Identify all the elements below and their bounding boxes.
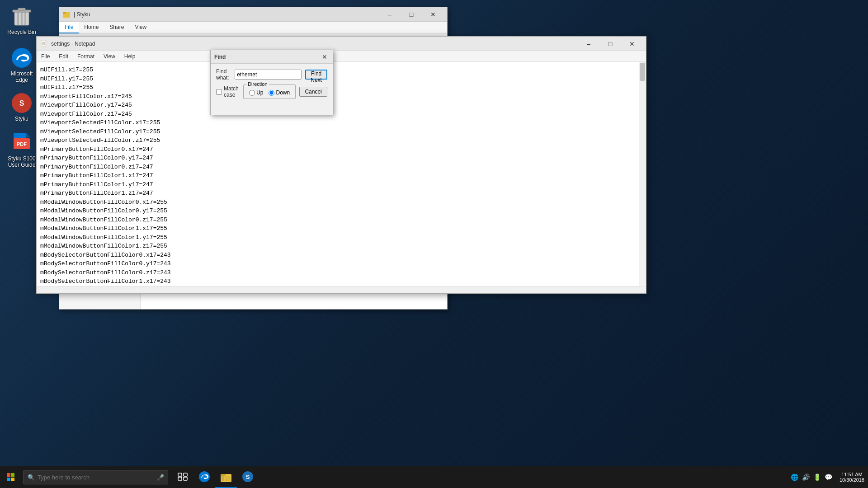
pdf-icon: PDF: [11, 132, 33, 154]
taskbar-edge-icon: [198, 470, 211, 483]
taskbar-search-box[interactable]: 🔍 🎤: [24, 470, 168, 484]
notepad-line: mModalWindowButtonFillColor0.y17=255: [40, 206, 642, 216]
task-view-icon: [178, 473, 188, 481]
ribbon-tabs: File Home Share View: [59, 22, 447, 33]
taskbar-explorer-icon: [220, 470, 232, 483]
notepad-close-button[interactable]: ✕: [622, 37, 642, 51]
file-explorer-title: | Styku: [74, 11, 90, 18]
notepad-line: mUIFill.x17=255: [40, 66, 642, 75]
taskbar-clock[interactable]: 11:51 AM 10/30/2018: [840, 472, 864, 483]
svg-text:PDF: PDF: [17, 141, 27, 147]
svg-rect-22: [178, 477, 182, 480]
match-case-checkbox[interactable]: [216, 89, 222, 95]
notepad-window-controls: – □ ✕: [578, 37, 642, 51]
notepad-line: mModalWindowButtonFillColor1.x17=255: [40, 224, 642, 233]
svg-rect-14: [63, 12, 66, 14]
notepad-line: mPrimaryButtonFillColor1.y17=247: [40, 180, 642, 189]
down-option[interactable]: Down: [269, 89, 290, 96]
cancel-button[interactable]: Cancel: [299, 87, 327, 97]
notepad-line: mViewportFillColor.z17=245: [40, 110, 642, 119]
find-dialog: Find ✕ Find what: Find Next Match case D…: [210, 50, 333, 115]
notepad-title: settings - Notepad: [51, 41, 95, 47]
taskbar-explorer-button[interactable]: [215, 466, 237, 488]
svg-text:S: S: [19, 99, 24, 107]
menu-edit[interactable]: Edit: [54, 52, 73, 61]
svg-rect-23: [184, 477, 187, 480]
desktop-icon-edge[interactable]: Microsoft Edge: [4, 45, 40, 85]
notepad-content-area[interactable]: mUIFill.x17=255mUIFill.y17=255mUIFill.z1…: [37, 62, 646, 286]
notepad-minimize-button[interactable]: –: [578, 37, 599, 51]
desktop: Recycle Bin Microsoft Edge S Styku PDF: [0, 0, 868, 488]
down-label: Down: [276, 89, 290, 96]
notepad-line: mModalWindowButtonFillColor0.x17=255: [40, 198, 642, 207]
notepad-line: mBodySelectorButtonFillColor1.y17=243: [40, 286, 642, 286]
find-what-label: Find what:: [216, 68, 235, 81]
notepad-line: mViewportSelectedFillColor.x17=255: [40, 118, 642, 127]
task-view-button[interactable]: [172, 466, 193, 488]
recycle-bin-label: Recycle Bin: [7, 29, 36, 35]
taskbar-styku-button[interactable]: S: [237, 466, 259, 488]
find-what-row: Find what: Find Next: [216, 68, 327, 81]
network-icon: 🌐: [791, 474, 798, 481]
taskbar: 🔍 🎤: [0, 466, 868, 488]
tab-home[interactable]: Home: [79, 22, 104, 33]
tab-view[interactable]: View: [129, 22, 152, 33]
notepad-scrollbar-h[interactable]: [37, 286, 646, 293]
notepad-line: mBodySelectorButtonFillColor1.x17=243: [40, 277, 642, 286]
notepad-line: mModalWindowButtonFillColor0.z17=255: [40, 216, 642, 225]
styku-label: Styku: [15, 116, 28, 122]
menu-file[interactable]: File: [37, 52, 54, 61]
recycle-bin-icon: [11, 5, 33, 27]
svg-rect-21: [184, 473, 187, 476]
menu-help[interactable]: Help: [120, 52, 140, 61]
minimize-button[interactable]: –: [379, 7, 400, 22]
window-controls: – □ ✕: [379, 7, 443, 22]
svg-rect-27: [222, 476, 224, 481]
notification-icon: 💬: [825, 474, 832, 481]
up-option[interactable]: Up: [249, 89, 263, 96]
vertical-scrollbar[interactable]: [639, 62, 646, 286]
svg-marker-16: [46, 40, 47, 42]
clock-time: 11:51 AM: [841, 472, 862, 477]
svg-marker-10: [26, 133, 31, 137]
svg-text:S: S: [246, 474, 250, 480]
notepad-line: mBodySelectorButtonFillColor0.z17=243: [40, 268, 642, 277]
svg-rect-5: [18, 8, 25, 10]
clock-date: 10/30/2018: [840, 477, 864, 483]
notepad-line: mViewportSelectedFillColor.y17=255: [40, 127, 642, 136]
svg-rect-3: [24, 12, 26, 25]
search-icon: 🔍: [28, 474, 35, 481]
up-radio[interactable]: [249, 90, 255, 96]
desktop-icon-styku[interactable]: S Styku: [4, 90, 40, 124]
taskbar-search-input[interactable]: [38, 474, 151, 481]
folder-icon: [63, 11, 70, 18]
find-dialog-title: Find: [214, 54, 226, 60]
notepad-line: mPrimaryButtonFillColor0.y17=247: [40, 154, 642, 163]
maximize-button[interactable]: □: [401, 7, 422, 22]
menu-view[interactable]: View: [99, 52, 120, 61]
notepad-titlebar: settings - Notepad – □ ✕: [37, 37, 646, 51]
down-radio[interactable]: [269, 90, 274, 96]
close-button[interactable]: ✕: [423, 7, 443, 22]
desktop-icon-recycle-bin[interactable]: Recycle Bin: [4, 4, 40, 37]
direction-group: Direction Up Down: [243, 84, 296, 99]
volume-icon: 🔊: [802, 474, 810, 481]
menu-format[interactable]: Format: [73, 52, 99, 61]
taskbar-edge-button[interactable]: [193, 466, 215, 488]
tab-file[interactable]: File: [59, 22, 79, 33]
find-what-input[interactable]: [235, 70, 302, 80]
edge-icon: [11, 47, 33, 69]
desktop-icon-pdf[interactable]: PDF Styku S100 User Guide: [4, 130, 40, 170]
windows-logo-icon: [7, 473, 15, 481]
notepad-line: mPrimaryButtonFillColor1.z17=247: [40, 189, 642, 198]
notepad-maximize-button[interactable]: □: [600, 37, 621, 51]
tab-share[interactable]: Share: [104, 22, 129, 33]
find-next-button[interactable]: Find Next: [305, 70, 327, 80]
svg-rect-28: [225, 476, 231, 481]
find-close-button[interactable]: ✕: [320, 52, 329, 61]
notepad-line: mPrimaryButtonFillColor1.x17=247: [40, 171, 642, 180]
start-button[interactable]: [0, 466, 22, 488]
pdf-label: Styku S100 User Guide: [8, 155, 35, 168]
match-case-label: Match case: [224, 85, 243, 98]
direction-options: Up Down: [249, 89, 290, 96]
